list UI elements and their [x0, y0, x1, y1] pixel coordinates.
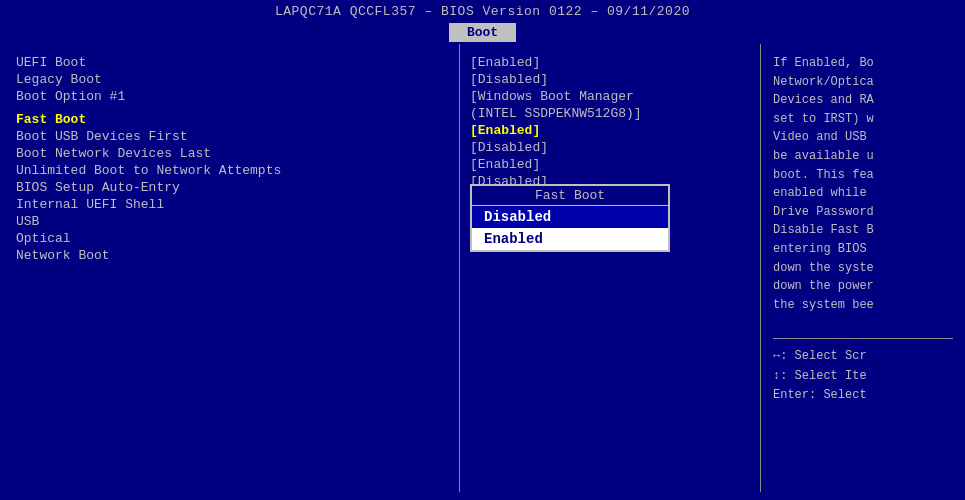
value-boot-option-line1: [Windows Boot Manager — [470, 88, 750, 105]
menu-item-boot-option1[interactable]: Boot Option #1 — [16, 88, 443, 105]
tab-boot[interactable]: Boot — [449, 23, 516, 42]
left-menu-panel: UEFI Boot Legacy Boot Boot Option #1 Fas… — [0, 44, 460, 492]
value-legacy-boot: [Disabled] — [470, 71, 750, 88]
bottom-hint-select-item: ↕: Select Ite — [773, 367, 953, 386]
bottom-hint-select-screen: ↔: Select Scr — [773, 347, 953, 366]
bios-title: LAPQC71A QCCFL357 – BIOS Version 0122 – … — [275, 4, 690, 19]
value-boot-usb: [Disabled] — [470, 139, 750, 156]
menu-item-usb[interactable]: USB — [16, 213, 443, 230]
menu-item-network-boot[interactable]: Network Boot — [16, 247, 443, 264]
dropdown-option-enabled[interactable]: Enabled — [472, 228, 668, 250]
menu-item-fast-boot[interactable]: Fast Boot — [16, 111, 443, 128]
value-uefi-boot: [Enabled] — [470, 54, 750, 71]
menu-item-internal-uefi[interactable]: Internal UEFI Shell — [16, 196, 443, 213]
menu-item-boot-usb[interactable]: Boot USB Devices First — [16, 128, 443, 145]
menu-item-bios-auto-entry[interactable]: BIOS Setup Auto-Entry — [16, 179, 443, 196]
dropdown-option-disabled[interactable]: Disabled — [472, 206, 668, 228]
dropdown-title: Fast Boot — [472, 186, 668, 206]
fast-boot-dropdown[interactable]: Fast Boot Disabled Enabled — [470, 184, 670, 252]
tab-bar: Boot — [0, 21, 965, 44]
menu-item-uefi-boot[interactable]: UEFI Boot — [16, 54, 443, 71]
value-boot-network-last: [Enabled] — [470, 156, 750, 173]
menu-item-optical[interactable]: Optical — [16, 230, 443, 247]
menu-item-unlimited-boot[interactable]: Unlimited Boot to Network Attempts — [16, 162, 443, 179]
menu-item-legacy-boot[interactable]: Legacy Boot — [16, 71, 443, 88]
bottom-hint-enter-select: Enter: Select — [773, 386, 953, 405]
main-content: UEFI Boot Legacy Boot Boot Option #1 Fas… — [0, 44, 965, 492]
value-boot-option-line2: (INTEL SSDPEKNW512G8)] — [470, 105, 750, 122]
middle-values-panel: [Enabled] [Disabled] [Windows Boot Manag… — [460, 44, 760, 492]
right-info-panel: If Enabled, Bo Network/Optica Devices an… — [760, 44, 965, 492]
menu-item-boot-network-last[interactable]: Boot Network Devices Last — [16, 145, 443, 162]
info-text: If Enabled, Bo Network/Optica Devices an… — [773, 54, 953, 314]
value-fast-boot: [Enabled] — [470, 122, 750, 139]
title-bar: LAPQC71A QCCFL357 – BIOS Version 0122 – … — [0, 0, 965, 21]
